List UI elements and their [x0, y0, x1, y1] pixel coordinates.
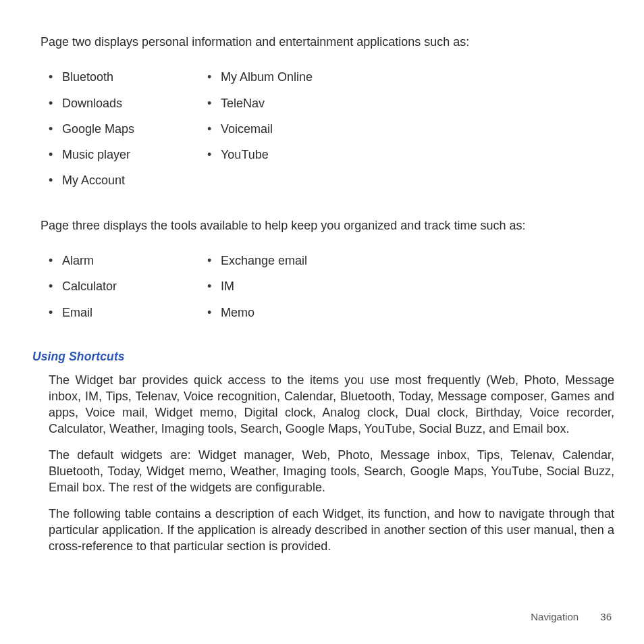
list-col-right: My Album Online TeleNav Voicemail YouTub… — [199, 69, 358, 198]
list-item: Voicemail — [218, 121, 358, 137]
list-item: Calculator — [59, 278, 199, 294]
list-item: My Album Online — [218, 69, 358, 85]
bullet-list: Bluetooth Downloads Google Maps Music pl… — [41, 69, 199, 188]
list-item: YouTube — [218, 146, 358, 163]
page-two-list: Bluetooth Downloads Google Maps Music pl… — [41, 69, 614, 198]
list-item: Email — [59, 304, 199, 321]
document-page: Page two displays personal information a… — [41, 34, 614, 564]
list-col-right: Exchange email IM Memo — [199, 252, 358, 330]
bullet-list: My Album Online TeleNav Voicemail YouTub… — [199, 69, 358, 163]
list-col-left: Bluetooth Downloads Google Maps Music pl… — [41, 69, 199, 198]
list-item: Exchange email — [218, 252, 358, 269]
list-item: Downloads — [59, 95, 199, 111]
list-item: My Account — [59, 172, 199, 188]
body-paragraph: The Widget bar provides quick access to … — [49, 372, 614, 437]
footer-page-number: 36 — [600, 611, 612, 622]
bullet-list: Alarm Calculator Email — [41, 252, 199, 321]
list-item: Music player — [59, 146, 199, 163]
page-three-list: Alarm Calculator Email Exchange email IM… — [41, 252, 614, 330]
list-item: Memo — [218, 304, 358, 321]
page-two-intro: Page two displays personal information a… — [41, 34, 614, 50]
footer-section-name: Navigation — [531, 611, 579, 622]
list-item: Alarm — [59, 252, 199, 269]
page-three-intro: Page three displays the tools available … — [41, 217, 614, 234]
list-item: Google Maps — [59, 121, 199, 137]
bullet-list: Exchange email IM Memo — [199, 252, 358, 321]
body-paragraph: The following table contains a descripti… — [49, 506, 614, 555]
list-item: Bluetooth — [59, 69, 199, 85]
list-item: TeleNav — [218, 95, 358, 111]
page-footer: Navigation 36 — [531, 610, 612, 624]
section-heading: Using Shortcuts — [32, 349, 614, 365]
list-item: IM — [218, 278, 358, 294]
body-paragraph: The default widgets are: Widget manager,… — [49, 447, 614, 496]
list-col-left: Alarm Calculator Email — [41, 252, 199, 330]
